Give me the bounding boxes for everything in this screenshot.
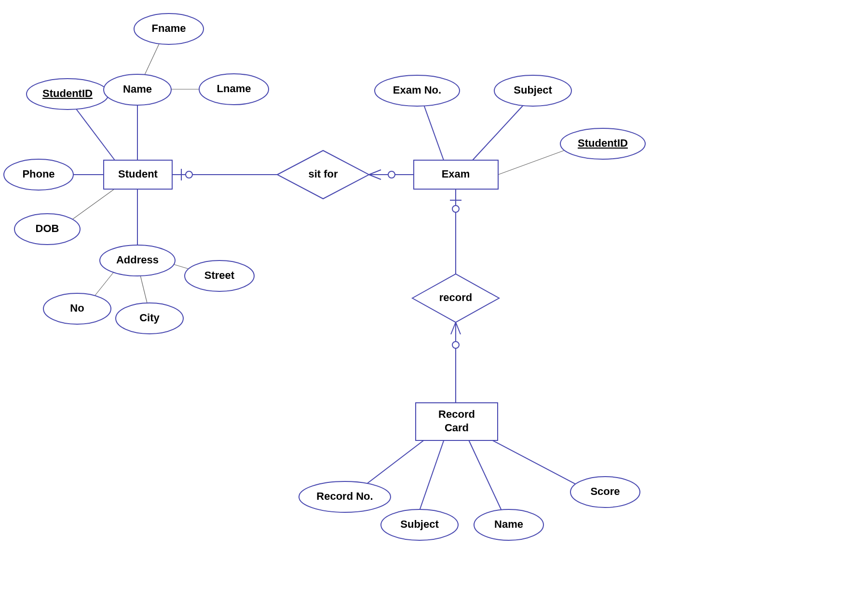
cardinality-circle: [186, 171, 192, 178]
edge-exam-studentid: [498, 150, 567, 175]
attr-recordno: Record No.: [299, 481, 391, 512]
arrowhead: [369, 170, 381, 175]
relationship-sitfor: sit for: [277, 151, 369, 199]
attr-fname: Fname: [134, 14, 203, 44]
arrowhead: [456, 322, 461, 334]
attr-rc-subject-label: Subject: [400, 518, 439, 530]
attr-studentid: StudentID: [27, 79, 108, 110]
attr-studentid-label: StudentID: [42, 87, 93, 99]
entity-recordcard-label-1: Record: [438, 408, 475, 420]
attr-street-label: Street: [204, 269, 235, 281]
entity-student: Student: [104, 160, 172, 189]
edge-address-city: [140, 274, 147, 303]
attr-score-label: Score: [590, 485, 620, 497]
attr-lname: Lname: [199, 74, 269, 105]
edge-student-studentid: [75, 107, 115, 160]
edge-address-no: [94, 273, 113, 297]
attr-phone: Phone: [4, 159, 73, 190]
attr-no: No: [43, 293, 111, 324]
attr-exam-studentid: StudentID: [560, 128, 645, 159]
edge-rc-name: [468, 438, 502, 510]
attr-score: Score: [570, 477, 640, 507]
entity-exam-label: Exam: [442, 168, 470, 180]
relationship-record: record: [412, 274, 499, 322]
cardinality-circle: [452, 206, 459, 212]
attr-examno-label: Exam No.: [393, 84, 441, 96]
er-diagram: Student Exam Record Card sit for record …: [0, 0, 868, 603]
entity-recordcard: Record Card: [416, 403, 498, 440]
attr-recordno-label: Record No.: [316, 490, 373, 502]
attr-street: Street: [185, 260, 254, 291]
attr-rc-subject: Subject: [381, 509, 458, 540]
attr-fname-label: Fname: [152, 22, 186, 34]
attr-rc-name-label: Name: [494, 518, 523, 530]
relationship-record-label: record: [439, 291, 472, 303]
entity-recordcard-label-2: Card: [445, 422, 469, 434]
attr-examno: Exam No.: [375, 75, 460, 106]
attr-address-label: Address: [116, 254, 159, 266]
attr-no-label: No: [70, 302, 84, 314]
attr-name: Name: [104, 74, 171, 105]
relationship-sitfor-label: sit for: [308, 168, 338, 180]
edge-exam-examno: [423, 104, 444, 160]
arrowhead: [369, 175, 381, 179]
arrowhead: [451, 322, 456, 334]
attr-lname-label: Lname: [217, 82, 251, 95]
attr-dob: DOB: [14, 214, 80, 245]
attr-name-label: Name: [123, 83, 152, 95]
attr-exam-subject: Subject: [494, 75, 571, 106]
attr-dob-label: DOB: [36, 222, 59, 234]
attr-phone-label: Phone: [22, 168, 54, 180]
edge-exam-subject: [473, 104, 525, 160]
entity-exam: Exam: [414, 160, 498, 189]
edge-rc-subject: [420, 438, 445, 510]
cardinality-circle: [452, 342, 459, 348]
entity-student-label: Student: [118, 168, 158, 180]
attr-exam-subject-label: Subject: [514, 84, 552, 96]
attr-city-label: City: [139, 312, 160, 324]
attr-address: Address: [100, 245, 175, 276]
cardinality-circle: [388, 171, 395, 178]
edge-student-dob: [68, 189, 114, 223]
attr-exam-studentid-label: StudentID: [578, 137, 628, 149]
attr-rc-name: Name: [474, 509, 543, 540]
attr-city: City: [116, 303, 183, 334]
